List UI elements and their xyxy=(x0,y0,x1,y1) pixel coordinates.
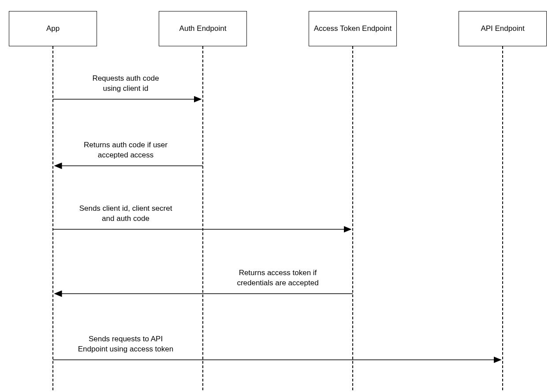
lifeline-token xyxy=(352,46,353,390)
message-5-arrow xyxy=(53,358,503,362)
message-3-label: Sends client id, client secret and auth … xyxy=(64,204,187,224)
participant-auth: Auth Endpoint xyxy=(159,11,247,46)
participant-token: Access Token Endpoint xyxy=(309,11,397,46)
message-4-arrow xyxy=(53,291,353,296)
message-3-arrow xyxy=(53,227,353,231)
participant-token-label: Access Token Endpoint xyxy=(314,24,392,34)
lifeline-api xyxy=(502,46,503,390)
participant-app-label: App xyxy=(46,24,60,34)
message-2-arrow xyxy=(53,164,203,168)
participant-auth-label: Auth Endpoint xyxy=(179,24,227,34)
message-4-label: Returns access token if credentials are … xyxy=(216,268,340,288)
message-2-label: Returns auth code if user accepted acces… xyxy=(64,140,187,161)
participant-api: API Endpoint xyxy=(459,11,547,46)
message-5-label: Sends requests to API Endpoint using acc… xyxy=(60,334,192,355)
participant-api-label: API Endpoint xyxy=(481,24,524,34)
message-1-arrow xyxy=(53,97,203,101)
sequence-diagram: App Auth Endpoint Access Token Endpoint … xyxy=(0,0,556,392)
message-1-label: Requests auth code using client id xyxy=(64,74,187,94)
participant-app: App xyxy=(9,11,97,46)
